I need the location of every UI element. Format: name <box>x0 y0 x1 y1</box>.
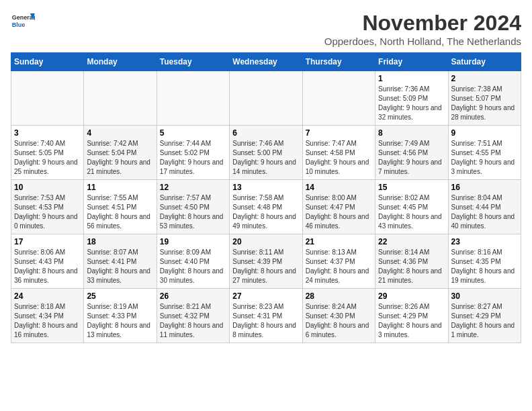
calendar-week-row: 24Sunrise: 8:18 AM Sunset: 4:34 PM Dayli… <box>11 289 521 343</box>
calendar-cell <box>11 71 84 126</box>
day-number: 23 <box>451 237 518 246</box>
calendar-cell: 21Sunrise: 8:13 AM Sunset: 4:37 PM Dayli… <box>302 234 375 289</box>
day-info: Sunrise: 8:26 AM Sunset: 4:29 PM Dayligh… <box>378 302 445 340</box>
calendar-cell: 20Sunrise: 8:11 AM Sunset: 4:39 PM Dayli… <box>230 234 302 289</box>
calendar-cell: 5Sunrise: 7:44 AM Sunset: 5:02 PM Daylig… <box>157 126 229 180</box>
weekday-header-sunday: Sunday <box>11 53 84 71</box>
day-info: Sunrise: 8:24 AM Sunset: 4:30 PM Dayligh… <box>306 302 372 340</box>
day-number: 6 <box>232 128 299 138</box>
day-number: 11 <box>87 183 153 192</box>
day-number: 19 <box>160 237 226 246</box>
day-number: 30 <box>451 291 518 301</box>
day-info: Sunrise: 8:21 AM Sunset: 4:32 PM Dayligh… <box>160 302 226 340</box>
day-info: Sunrise: 8:16 AM Sunset: 4:35 PM Dayligh… <box>451 248 518 285</box>
day-info: Sunrise: 8:00 AM Sunset: 4:47 PM Dayligh… <box>306 193 372 231</box>
calendar-header-row: SundayMondayTuesdayWednesdayThursdayFrid… <box>11 53 521 71</box>
day-number: 7 <box>306 128 372 138</box>
day-number: 29 <box>378 291 445 301</box>
day-number: 20 <box>232 237 299 246</box>
weekday-header-thursday: Thursday <box>302 53 375 71</box>
day-number: 21 <box>306 237 372 246</box>
weekday-header-tuesday: Tuesday <box>157 53 229 71</box>
calendar-table: SundayMondayTuesdayWednesdayThursdayFrid… <box>11 52 521 343</box>
day-info: Sunrise: 8:14 AM Sunset: 4:36 PM Dayligh… <box>378 248 445 285</box>
day-number: 8 <box>378 128 445 138</box>
calendar-cell: 16Sunrise: 8:04 AM Sunset: 4:44 PM Dayli… <box>448 180 521 234</box>
day-info: Sunrise: 8:19 AM Sunset: 4:33 PM Dayligh… <box>87 302 153 340</box>
location-subtitle: Opperdoes, North Holland, The Netherland… <box>324 36 521 47</box>
day-info: Sunrise: 8:04 AM Sunset: 4:44 PM Dayligh… <box>451 193 518 231</box>
day-number: 22 <box>378 237 445 246</box>
day-info: Sunrise: 7:38 AM Sunset: 5:07 PM Dayligh… <box>451 85 518 122</box>
day-info: Sunrise: 7:55 AM Sunset: 4:51 PM Dayligh… <box>87 193 153 231</box>
svg-text:Blue: Blue <box>12 21 26 28</box>
day-info: Sunrise: 8:13 AM Sunset: 4:37 PM Dayligh… <box>306 248 372 285</box>
calendar-cell: 29Sunrise: 8:26 AM Sunset: 4:29 PM Dayli… <box>375 289 448 343</box>
calendar-cell: 7Sunrise: 7:47 AM Sunset: 4:58 PM Daylig… <box>302 126 375 180</box>
day-number: 18 <box>87 237 153 246</box>
calendar-week-row: 10Sunrise: 7:53 AM Sunset: 4:53 PM Dayli… <box>11 180 521 234</box>
day-number: 28 <box>306 291 372 301</box>
calendar-cell <box>157 71 229 126</box>
day-number: 3 <box>14 128 81 138</box>
day-number: 14 <box>306 183 372 192</box>
day-number: 1 <box>378 74 445 83</box>
calendar-week-row: 3Sunrise: 7:40 AM Sunset: 5:05 PM Daylig… <box>11 126 521 180</box>
day-info: Sunrise: 8:06 AM Sunset: 4:43 PM Dayligh… <box>14 248 81 285</box>
calendar-cell: 27Sunrise: 8:23 AM Sunset: 4:31 PM Dayli… <box>230 289 302 343</box>
day-number: 24 <box>14 291 81 301</box>
day-info: Sunrise: 7:57 AM Sunset: 4:50 PM Dayligh… <box>160 193 226 231</box>
day-info: Sunrise: 8:27 AM Sunset: 4:29 PM Dayligh… <box>451 302 518 340</box>
logo: General Blue <box>11 11 35 30</box>
day-info: Sunrise: 7:36 AM Sunset: 5:09 PM Dayligh… <box>378 85 445 122</box>
calendar-cell: 3Sunrise: 7:40 AM Sunset: 5:05 PM Daylig… <box>11 126 84 180</box>
calendar-cell: 30Sunrise: 8:27 AM Sunset: 4:29 PM Dayli… <box>448 289 521 343</box>
header: General Blue November 2024 Opperdoes, No… <box>11 11 521 47</box>
day-info: Sunrise: 8:09 AM Sunset: 4:40 PM Dayligh… <box>160 248 226 285</box>
weekday-header-monday: Monday <box>84 53 157 71</box>
day-info: Sunrise: 7:51 AM Sunset: 4:55 PM Dayligh… <box>451 139 518 177</box>
day-info: Sunrise: 7:58 AM Sunset: 4:48 PM Dayligh… <box>232 193 299 231</box>
calendar-cell: 12Sunrise: 7:57 AM Sunset: 4:50 PM Dayli… <box>157 180 229 234</box>
calendar-cell: 4Sunrise: 7:42 AM Sunset: 5:04 PM Daylig… <box>84 126 157 180</box>
day-info: Sunrise: 7:40 AM Sunset: 5:05 PM Dayligh… <box>14 139 81 177</box>
calendar-cell: 19Sunrise: 8:09 AM Sunset: 4:40 PM Dayli… <box>157 234 229 289</box>
calendar-cell: 10Sunrise: 7:53 AM Sunset: 4:53 PM Dayli… <box>11 180 84 234</box>
day-info: Sunrise: 8:11 AM Sunset: 4:39 PM Dayligh… <box>232 248 299 285</box>
calendar-cell <box>84 71 157 126</box>
calendar-cell: 8Sunrise: 7:49 AM Sunset: 4:56 PM Daylig… <box>375 126 448 180</box>
calendar-cell: 26Sunrise: 8:21 AM Sunset: 4:32 PM Dayli… <box>157 289 229 343</box>
day-number: 13 <box>232 183 299 192</box>
day-number: 12 <box>160 183 226 192</box>
day-number: 2 <box>451 74 518 83</box>
day-number: 17 <box>14 237 81 246</box>
calendar-cell: 23Sunrise: 8:16 AM Sunset: 4:35 PM Dayli… <box>448 234 521 289</box>
calendar-cell: 6Sunrise: 7:46 AM Sunset: 5:00 PM Daylig… <box>230 126 302 180</box>
calendar-week-row: 1Sunrise: 7:36 AM Sunset: 5:09 PM Daylig… <box>11 71 521 126</box>
day-info: Sunrise: 8:02 AM Sunset: 4:45 PM Dayligh… <box>378 193 445 231</box>
calendar-cell: 14Sunrise: 8:00 AM Sunset: 4:47 PM Dayli… <box>302 180 375 234</box>
weekday-header-wednesday: Wednesday <box>230 53 302 71</box>
calendar-cell: 1Sunrise: 7:36 AM Sunset: 5:09 PM Daylig… <box>375 71 448 126</box>
calendar-cell: 17Sunrise: 8:06 AM Sunset: 4:43 PM Dayli… <box>11 234 84 289</box>
day-number: 10 <box>14 183 81 192</box>
day-info: Sunrise: 8:23 AM Sunset: 4:31 PM Dayligh… <box>232 302 299 340</box>
calendar-week-row: 17Sunrise: 8:06 AM Sunset: 4:43 PM Dayli… <box>11 234 521 289</box>
calendar-cell: 11Sunrise: 7:55 AM Sunset: 4:51 PM Dayli… <box>84 180 157 234</box>
day-info: Sunrise: 8:18 AM Sunset: 4:34 PM Dayligh… <box>14 302 81 340</box>
month-title: November 2024 <box>324 11 521 36</box>
calendar-cell: 24Sunrise: 8:18 AM Sunset: 4:34 PM Dayli… <box>11 289 84 343</box>
calendar-cell: 13Sunrise: 7:58 AM Sunset: 4:48 PM Dayli… <box>230 180 302 234</box>
day-info: Sunrise: 7:46 AM Sunset: 5:00 PM Dayligh… <box>232 139 299 177</box>
weekday-header-friday: Friday <box>375 53 448 71</box>
day-number: 25 <box>87 291 153 301</box>
day-number: 27 <box>232 291 299 301</box>
calendar-cell: 18Sunrise: 8:07 AM Sunset: 4:41 PM Dayli… <box>84 234 157 289</box>
calendar-cell: 2Sunrise: 7:38 AM Sunset: 5:07 PM Daylig… <box>448 71 521 126</box>
calendar-cell <box>302 71 375 126</box>
day-info: Sunrise: 7:42 AM Sunset: 5:04 PM Dayligh… <box>87 139 153 177</box>
calendar-cell: 15Sunrise: 8:02 AM Sunset: 4:45 PM Dayli… <box>375 180 448 234</box>
calendar-cell: 22Sunrise: 8:14 AM Sunset: 4:36 PM Dayli… <box>375 234 448 289</box>
day-number: 4 <box>87 128 153 138</box>
calendar-cell <box>230 71 302 126</box>
